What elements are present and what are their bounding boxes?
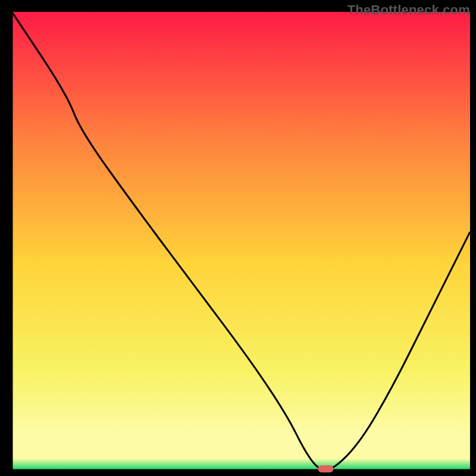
bottleneck-chart: [0, 0, 476, 476]
optimal-marker: [318, 465, 333, 472]
plot-background: [12, 12, 470, 470]
chart-container: { "watermark": "TheBottleneck.com", "col…: [0, 0, 476, 476]
watermark-text: TheBottleneck.com: [347, 2, 470, 18]
